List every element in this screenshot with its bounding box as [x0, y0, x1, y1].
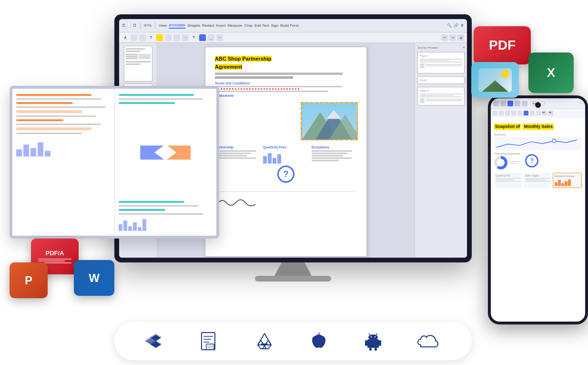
thumb-inline: [420, 63, 462, 68]
gdrive-icon[interactable]: [254, 331, 275, 352]
audio-icon[interactable]: 🎙: [460, 23, 464, 28]
pdf-document-page: ABC Shop Partnership Agreement Terms and…: [205, 47, 367, 257]
tool-pen[interactable]: [165, 34, 172, 41]
tab-shapes[interactable]: Shapes: [187, 23, 200, 28]
pdf-badge: PDF: [474, 26, 531, 64]
tool-print[interactable]: 🖨: [457, 34, 464, 41]
foxitsign-icon[interactable]: [200, 331, 221, 352]
tablet-tool2-1[interactable]: [493, 111, 497, 115]
tab-buildform[interactable]: Build Form: [280, 23, 299, 28]
tablet-undo[interactable]: ↩: [542, 111, 547, 115]
svg-marker-15: [258, 334, 271, 345]
dropbox-icon[interactable]: [145, 331, 166, 352]
bottom-box-line: [525, 178, 550, 179]
thumbnail-page[interactable]: [124, 46, 152, 82]
onedrive-svg: [417, 331, 441, 352]
quarterly-roi-box: Quarterly ROI: [494, 173, 522, 188]
onedrive-icon[interactable]: [417, 331, 441, 352]
revenue-label: Revenue: [494, 133, 582, 136]
page-icon[interactable]: 🗒: [133, 23, 137, 28]
tablet-tool2-4[interactable]: [511, 111, 516, 115]
pdf-embedded-image[interactable]: [301, 102, 358, 140]
text-line: [312, 153, 348, 154]
tool-hi[interactable]: [156, 34, 163, 41]
tab-annotate[interactable]: Annotate: [169, 23, 185, 29]
share-icon[interactable]: 🔗: [454, 23, 458, 28]
bar: [45, 151, 51, 156]
lp-line: [16, 106, 106, 108]
signature-area: [215, 191, 357, 211]
tablet-doc-icon[interactable]: [500, 101, 506, 106]
tab-redact[interactable]: Redact: [202, 23, 214, 28]
signature-svg: [215, 195, 263, 209]
question-mark-stamp: ?: [277, 166, 294, 183]
text-line: [312, 160, 339, 161]
menu-icon[interactable]: ☰: [122, 23, 125, 28]
tablet-tool2-2[interactable]: [499, 111, 504, 115]
search-icon[interactable]: 🔍: [447, 23, 452, 28]
tablet-edit-icon[interactable]: [507, 101, 513, 106]
tablet-tool2-3[interactable]: [505, 111, 510, 115]
lp-line: [16, 133, 82, 134]
tab-insert[interactable]: Insert: [216, 23, 225, 28]
f-bar: [568, 179, 571, 186]
tool-undo[interactable]: ↩: [441, 34, 448, 41]
tablet-more-dots[interactable]: ···: [579, 101, 583, 105]
operating-expenses-row: Operating Expenses ?: [494, 152, 582, 169]
f-bar: [558, 180, 561, 186]
tablet-tools2-row: ↩ ↪: [491, 109, 585, 117]
page-1-label: Page 1: [420, 54, 462, 57]
svg-point-5: [552, 139, 556, 143]
tool-t2[interactable]: T: [191, 34, 197, 41]
exceptions-label: Exceptions: [312, 146, 357, 149]
tab-crop[interactable]: Crop: [244, 23, 253, 28]
question-circle-tablet: ?: [525, 154, 538, 167]
tool-shape[interactable]: [173, 34, 180, 41]
tablet-redo[interactable]: ↪: [548, 111, 553, 115]
monitor-base: [255, 276, 331, 282]
tablet-tool-icon-5[interactable]: [522, 101, 527, 106]
tool-ul2[interactable]: —: [216, 34, 223, 41]
tablet-tool2-7[interactable]: [530, 111, 535, 115]
tablet-tool-icon-4[interactable]: [515, 101, 520, 106]
gdrive-svg: [254, 331, 275, 352]
more-options[interactable]: ···: [420, 68, 462, 71]
tablet-menu-icon[interactable]: [493, 101, 499, 106]
thumb-line: [420, 96, 462, 97]
tablet-tool2-8[interactable]: [536, 111, 541, 115]
text-line: [215, 91, 328, 92]
thumb-line: [126, 51, 141, 52]
right-arrow: [167, 146, 191, 160]
tool-sq[interactable]: [139, 34, 146, 41]
tab-sign[interactable]: Sign: [271, 23, 278, 28]
tool-box[interactable]: [131, 34, 137, 41]
tool-ul[interactable]: _: [208, 34, 214, 41]
apple-svg: [308, 331, 329, 352]
tab-edittext[interactable]: Edit Text: [254, 23, 269, 28]
word-badge: W: [74, 260, 114, 296]
apple-icon[interactable]: [308, 331, 329, 352]
laptop-page-2: [115, 89, 217, 236]
f-bar: [561, 183, 564, 186]
op-exp-label: Operating Expenses: [494, 152, 520, 155]
reply-input[interactable]: Reply...: [417, 76, 465, 84]
tool-text-a[interactable]: A: [122, 34, 129, 41]
revenue-chart: [494, 137, 582, 150]
tool-t[interactable]: T: [148, 34, 154, 41]
sort-dropdown-icon[interactable]: ▾: [463, 46, 465, 49]
image-badge: [471, 62, 519, 98]
lp-line: [16, 124, 101, 125]
tool-color[interactable]: [199, 34, 206, 41]
svg-rect-11: [207, 345, 213, 349]
thumb-line: [126, 56, 138, 57]
doc-title-line2: Agreement: [215, 64, 242, 70]
tab-view[interactable]: View: [159, 23, 167, 28]
tool-arrow[interactable]: →: [182, 34, 189, 41]
android-icon[interactable]: [363, 331, 384, 352]
tablet-tool2-5[interactable]: [517, 111, 522, 115]
doc-icon[interactable]: 📄: [127, 23, 132, 28]
lp2-line: [119, 201, 184, 203]
tablet-tool2-6[interactable]: [524, 111, 528, 115]
tab-measure[interactable]: Measure: [227, 23, 242, 28]
tool-redo[interactable]: ↪: [449, 34, 456, 41]
